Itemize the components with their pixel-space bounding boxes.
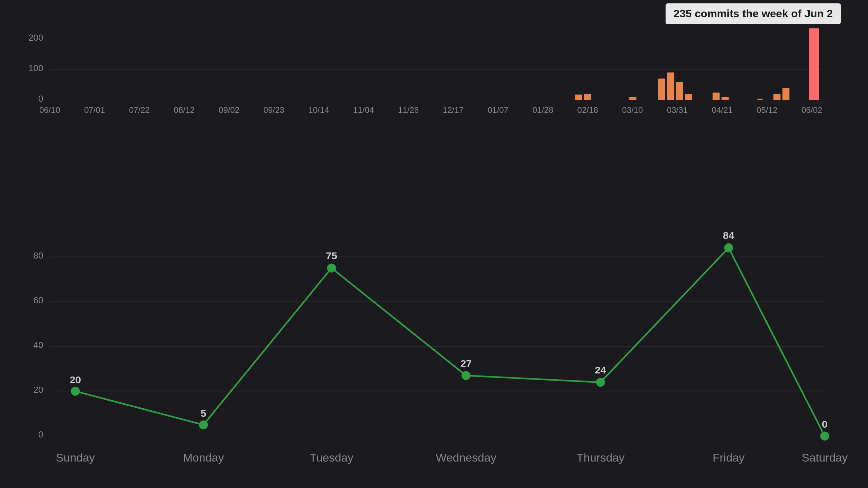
line-y-0: 0 (38, 429, 43, 440)
bar-y-label-0: 0 (38, 94, 43, 104)
line-y-60: 60 (33, 295, 43, 305)
commit-line (75, 248, 825, 436)
point-thursday (596, 378, 605, 387)
label-wednesday: 27 (460, 358, 472, 369)
point-friday (724, 243, 733, 252)
bar-y-label-100: 100 (28, 63, 43, 73)
bar-0512-1 (757, 99, 763, 100)
label-friday: 84 (723, 230, 734, 241)
bar-0602-highlighted (809, 28, 819, 100)
line-y-40: 40 (33, 340, 43, 350)
commit-tooltip: 235 commits the week of Jun 2 (666, 3, 841, 24)
bar-x-0128: 01/28 (532, 105, 553, 115)
point-monday (199, 420, 208, 429)
bar-x-0923: 09/23 (263, 105, 284, 115)
bar-y-label-200: 200 (28, 33, 43, 43)
bar-0421-2 (722, 97, 729, 100)
bar-0512-2 (773, 94, 781, 100)
bar-x-0107: 01/07 (488, 105, 508, 115)
day-saturday: Saturday (802, 451, 848, 464)
day-friday: Friday (713, 451, 745, 464)
bar-0218-1 (575, 95, 582, 100)
bar-0331-4 (685, 94, 692, 100)
bar-0218-2 (584, 94, 591, 100)
point-tuesday (327, 264, 336, 272)
day-monday: Monday (183, 451, 224, 464)
point-sunday (71, 387, 80, 395)
bar-0512-3 (783, 88, 790, 100)
bar-x-0218: 02/18 (577, 105, 598, 115)
point-wednesday (461, 371, 470, 380)
main-container: 235 commits the week of Jun 2 200 100 0 … (0, 0, 868, 488)
day-tuesday: Tuesday (310, 451, 353, 464)
line-y-20: 20 (33, 385, 43, 395)
label-monday: 5 (201, 408, 206, 419)
bar-0421-1 (713, 93, 720, 100)
bar-x-0310: 03/10 (622, 105, 643, 115)
label-tuesday: 75 (326, 250, 337, 261)
bar-0310 (629, 97, 636, 100)
point-saturday (820, 431, 829, 440)
bar-x-0512: 05/12 (757, 105, 777, 115)
bar-x-1014: 10/14 (308, 105, 329, 115)
line-y-80: 80 (33, 250, 43, 261)
bar-x-1104: 11/04 (353, 105, 374, 115)
bar-0331-3 (676, 82, 683, 100)
bar-x-0812: 08/12 (174, 105, 195, 115)
day-wednesday: Wednesday (436, 451, 496, 464)
label-saturday: 0 (822, 419, 828, 430)
bar-x-0722: 07/22 (129, 105, 150, 115)
label-thursday: 24 (595, 364, 606, 375)
bar-0331-2 (667, 73, 674, 100)
bar-0331-1 (658, 79, 665, 100)
bar-x-1126: 11/26 (398, 105, 419, 115)
bar-x-0610: 06/10 (39, 105, 60, 115)
bar-x-0902: 09/02 (219, 105, 239, 115)
bar-x-0421: 04/21 (712, 105, 732, 115)
day-sunday: Sunday (56, 451, 95, 464)
day-thursday: Thursday (576, 451, 625, 464)
label-sunday: 20 (70, 374, 81, 385)
bar-x-0602: 06/02 (802, 105, 822, 115)
bar-x-1217: 12/17 (443, 105, 463, 115)
bar-x-0331: 03/31 (667, 105, 688, 115)
bar-x-0701: 07/01 (84, 105, 105, 115)
